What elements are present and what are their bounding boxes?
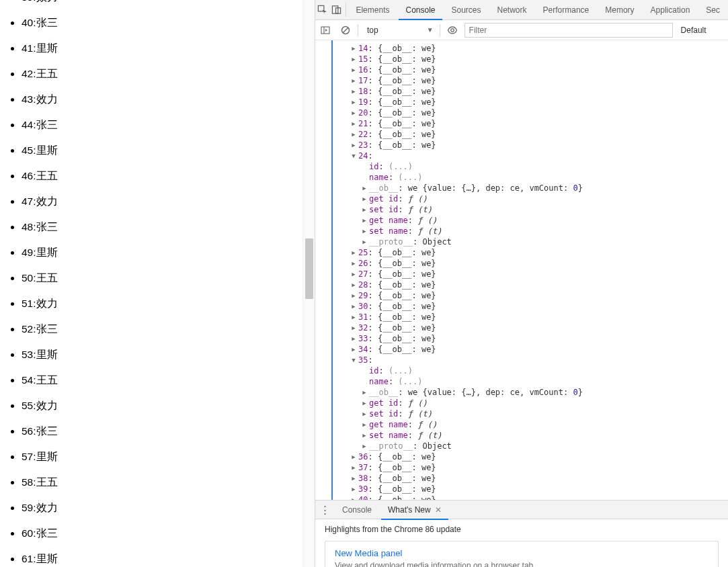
tree-row[interactable]: ▼35: xyxy=(350,355,728,365)
tree-row[interactable]: ▶get name: ƒ () xyxy=(350,215,728,226)
chevron-down-icon: ▼ xyxy=(427,26,434,34)
list-item: 45:里斯 xyxy=(22,144,302,156)
tree-row[interactable]: ▼24: xyxy=(350,150,728,161)
sidebar-toggle-icon[interactable] xyxy=(315,20,335,40)
page-scrollbar[interactable] xyxy=(302,0,315,567)
list-item: 40:张三 xyxy=(22,17,302,28)
list-item: 42:王五 xyxy=(22,68,302,79)
tab-sources[interactable]: Sources xyxy=(444,0,489,19)
drawer-tab-label: What's New xyxy=(388,505,431,515)
list-item: 57:里斯 xyxy=(22,451,302,462)
tree-row[interactable]: name: (...) xyxy=(350,172,728,183)
list-item: 41:里斯 xyxy=(22,42,302,54)
execution-context-select[interactable]: top ▼ xyxy=(360,23,438,38)
drawer-menu-icon[interactable]: ⋮ xyxy=(315,504,334,516)
page-content: 39:效力 40:张三41:里斯42:王五43:效力44:张三45:里斯46:王… xyxy=(0,0,302,567)
live-expression-icon[interactable] xyxy=(444,25,460,36)
console-filter-input[interactable] xyxy=(464,23,673,38)
tab-console[interactable]: Console xyxy=(397,0,443,19)
tree-row[interactable]: ▶36: {__ob__: we} xyxy=(350,451,728,462)
tree-row[interactable]: ▶38: {__ob__: we} xyxy=(350,473,728,484)
tree-row[interactable]: ▶__proto__: Object xyxy=(350,441,728,451)
tree-row[interactable]: ▶__ob__: we {value: {…}, dep: ce, vmCoun… xyxy=(350,387,728,398)
list-item: 52:张三 xyxy=(22,323,302,335)
tree-row[interactable]: ▶16: {__ob__: we} xyxy=(350,64,728,75)
svg-line-7 xyxy=(343,28,348,33)
list-item: 56:张三 xyxy=(22,425,302,437)
log-level-select[interactable]: Default xyxy=(673,26,706,35)
toggle-device-icon[interactable] xyxy=(329,0,343,19)
context-value: top xyxy=(367,26,378,35)
list-item: 44:张三 xyxy=(22,119,302,130)
tree-row[interactable]: ▶14: {__ob__: we} xyxy=(350,43,728,54)
tree-row[interactable]: ▶get id: ƒ () xyxy=(350,193,728,204)
tree-row[interactable]: ▶19: {__ob__: we} xyxy=(350,97,728,107)
list-item: 46:王五 xyxy=(22,170,302,181)
tree-row[interactable]: ▶get name: ƒ () xyxy=(350,419,728,430)
tree-row[interactable]: name: (...) xyxy=(350,376,728,387)
tab-memory[interactable]: Memory xyxy=(597,0,642,19)
whats-new-headline: Highlights from the Chrome 86 update xyxy=(325,525,719,534)
tree-row[interactable]: ▶39: {__ob__: we} xyxy=(350,484,728,494)
console-output[interactable]: ▶14: {__ob__: we}▶15: {__ob__: we}▶16: {… xyxy=(315,40,728,500)
tree-row[interactable]: ▶15: {__ob__: we} xyxy=(350,54,728,64)
tree-row[interactable]: ▶set name: ƒ (t) xyxy=(350,430,728,441)
tree-row[interactable]: id: (...) xyxy=(350,365,728,376)
tree-row[interactable]: ▶30: {__ob__: we} xyxy=(350,301,728,312)
list-item: 39:效力 xyxy=(22,0,302,3)
list-item: 43:效力 xyxy=(22,93,302,105)
tree-row[interactable]: ▶40: { ob : we} xyxy=(350,494,728,500)
close-icon[interactable]: ✕ xyxy=(435,505,442,515)
clear-console-icon[interactable] xyxy=(335,20,356,40)
tree-row[interactable]: ▶33: {__ob__: we} xyxy=(350,333,728,344)
tree-row[interactable]: ▶34: {__ob__: we} xyxy=(350,344,728,355)
drawer-tab-console[interactable]: Console xyxy=(334,500,380,519)
tree-row[interactable]: id: (...) xyxy=(350,161,728,172)
tab-network[interactable]: Network xyxy=(489,0,535,19)
list-item: 53:里斯 xyxy=(22,349,302,360)
tab-security[interactable]: Sec xyxy=(698,0,728,19)
tree-row[interactable]: ▶__proto__: Object xyxy=(350,236,728,247)
whats-new-card[interactable]: New Media panel View and download media … xyxy=(325,541,719,567)
list-item: 61:里斯 xyxy=(22,553,302,564)
tree-row[interactable]: ▶set id: ƒ (t) xyxy=(350,408,728,419)
list-item: 60:张三 xyxy=(22,527,302,539)
tree-row[interactable]: ▶31: {__ob__: we} xyxy=(350,312,728,322)
tree-row[interactable]: ▶set id: ƒ (t) xyxy=(350,204,728,215)
tree-row[interactable]: ▶17: {__ob__: we} xyxy=(350,75,728,86)
list-item: 51:效力 xyxy=(22,298,302,309)
list-item: 58:王五 xyxy=(22,476,302,488)
inspect-element-icon[interactable] xyxy=(315,0,329,19)
tree-row[interactable]: ▶29: {__ob__: we} xyxy=(350,290,728,301)
devtools-panel: Elements Console Sources Network Perform… xyxy=(315,0,728,567)
tree-row[interactable]: ▶27: {__ob__: we} xyxy=(350,269,728,279)
list-item: 59:效力 xyxy=(22,502,302,513)
tree-row[interactable]: ▶28: {__ob__: we} xyxy=(350,279,728,290)
tab-elements[interactable]: Elements xyxy=(348,0,397,19)
drawer-tab-whatsnew[interactable]: What's New ✕ xyxy=(380,500,450,519)
tree-row[interactable]: ▶21: {__ob__: we} xyxy=(350,118,728,129)
tree-row[interactable]: ▶set name: ƒ (t) xyxy=(350,226,728,236)
tree-row[interactable]: ▶22: {__ob__: we} xyxy=(350,129,728,140)
whats-new-card-desc: View and download media information on a… xyxy=(335,561,709,567)
svg-marker-5 xyxy=(325,29,327,32)
tree-row[interactable]: ▶26: {__ob__: we} xyxy=(350,258,728,269)
tree-row[interactable]: ▶37: {__ob__: we} xyxy=(350,462,728,473)
list-item: 49:里斯 xyxy=(22,247,302,258)
data-list: 39:效力 40:张三41:里斯42:王五43:效力44:张三45:里斯46:王… xyxy=(0,0,302,564)
tree-row[interactable]: ▶20: {__ob__: we} xyxy=(350,107,728,118)
tree-row[interactable]: ▶__ob__: we {value: {…}, dep: ce, vmCoun… xyxy=(350,183,728,193)
tree-row[interactable]: ▶32: {__ob__: we} xyxy=(350,322,728,333)
list-item: 54:王五 xyxy=(22,374,302,386)
list-item: 47:效力 xyxy=(22,195,302,207)
tree-row[interactable]: ▶get id: ƒ () xyxy=(350,398,728,408)
list-item: 55:效力 xyxy=(22,400,302,411)
scrollbar-thumb[interactable] xyxy=(305,238,313,299)
tab-performance[interactable]: Performance xyxy=(535,0,598,19)
tree-row[interactable]: ▶18: {__ob__: we} xyxy=(350,86,728,97)
tree-row[interactable]: ▶25: {__ob__: we} xyxy=(350,247,728,258)
tree-row[interactable]: ▶23: {__ob__: we} xyxy=(350,140,728,150)
logged-object-tree[interactable]: ▶14: {__ob__: we}▶15: {__ob__: we}▶16: {… xyxy=(331,40,728,500)
list-item: 48:张三 xyxy=(22,221,302,232)
tab-application[interactable]: Application xyxy=(643,0,698,19)
